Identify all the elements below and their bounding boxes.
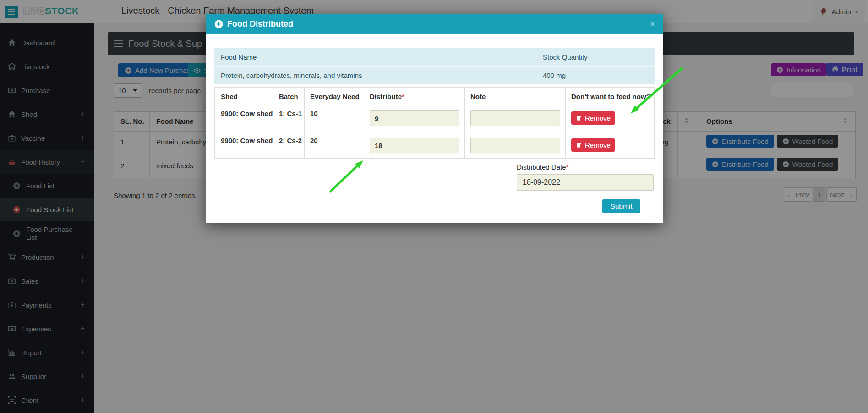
cell-everyday-need: 10: [310, 110, 318, 117]
food-distributed-modal: Food Distributed × Food Name Stock Quant…: [206, 14, 663, 223]
distribute-input[interactable]: [370, 138, 459, 153]
row-divider: [215, 132, 654, 132]
info-col-food-name: Food Name: [221, 53, 257, 61]
info-col-stock-quantity: Stock Quantity: [543, 53, 588, 61]
row-divider: [215, 105, 654, 105]
note-input[interactable]: [470, 138, 560, 153]
cell-batch: 1: Cs-1: [279, 110, 302, 117]
required-asterisk: *: [402, 93, 404, 100]
col-header-distribute: Distribute*: [370, 93, 404, 100]
remove-button[interactable]: Remove: [571, 138, 615, 152]
food-info-table: Food Name Stock Quantity Protein, carboh…: [214, 48, 655, 84]
modal-title: Food Distributed: [227, 19, 293, 29]
trash-icon: [576, 142, 582, 148]
col-header-batch: Batch: [279, 93, 298, 100]
cell-shed: 9900: Cow shed: [221, 110, 273, 117]
col-header-dont-feed: Don't want to feed now?: [571, 93, 650, 100]
column-divider: [565, 88, 566, 158]
info-cell-stock-quantity: 400 mg: [543, 72, 566, 79]
trash-icon: [576, 115, 582, 121]
column-divider: [304, 88, 305, 158]
distribute-table: Shed Batch Everyday Need Distribute* Not…: [214, 87, 655, 159]
modal-header: Food Distributed ×: [206, 14, 663, 34]
required-asterisk: *: [566, 163, 569, 171]
note-input[interactable]: [470, 110, 560, 126]
col-header-shed: Shed: [221, 93, 238, 100]
distributed-date-label: Distributed Date*: [517, 163, 568, 171]
column-divider: [364, 88, 364, 158]
column-divider: [464, 88, 465, 158]
close-icon[interactable]: ×: [650, 21, 655, 28]
column-divider: [273, 88, 273, 158]
cell-batch: 2: Cs-2: [279, 137, 302, 144]
distribute-input[interactable]: [370, 110, 459, 126]
remove-button[interactable]: Remove: [571, 111, 615, 125]
info-cell-food-name: Protein, carbohydrates, minerals, and vi…: [221, 72, 362, 79]
col-header-note: Note: [470, 93, 486, 100]
cell-everyday-need: 20: [310, 137, 318, 144]
row-divider: [214, 66, 655, 67]
cell-shed: 9900: Cow shed: [221, 137, 273, 144]
col-header-everyday-need: Everyday Need: [310, 93, 360, 100]
plus-circle-icon: [214, 20, 223, 28]
distributed-date-input[interactable]: [517, 174, 654, 191]
submit-button[interactable]: Submit: [602, 199, 640, 213]
